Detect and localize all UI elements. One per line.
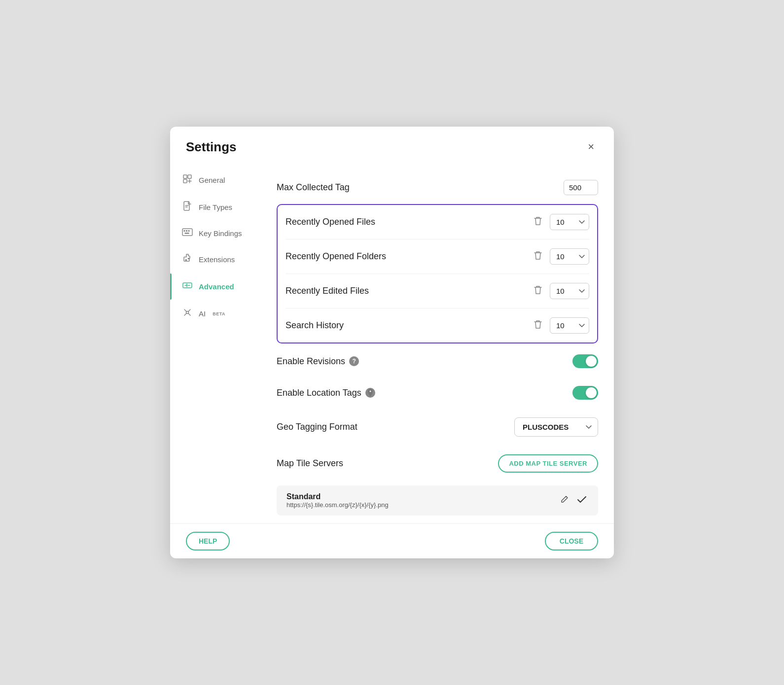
enable-location-tags-help-icon[interactable] — [365, 388, 375, 398]
ai-icon — [182, 308, 193, 320]
tile-server-actions — [559, 493, 588, 508]
svg-rect-8 — [185, 233, 189, 234]
recently-opened-files-row: Recently Opened Files 102030 — [285, 205, 589, 240]
recently-opened-folders-row: Recently Opened Folders 102030 — [285, 240, 589, 274]
recently-edited-files-label: Recently Edited Files — [285, 286, 369, 296]
geo-tagging-format-label: Geo Tagging Format — [277, 422, 357, 432]
advanced-icon — [182, 280, 193, 293]
sidebar-label-ai: AI — [199, 309, 206, 318]
recently-edited-files-trash-button[interactable] — [531, 283, 545, 299]
sidebar-label-key-bindings: Key Bindings — [199, 229, 242, 238]
recently-opened-files-trash-button[interactable] — [531, 214, 545, 230]
sidebar-label-file-types: File Types — [199, 203, 232, 211]
recently-opened-folders-trash-button[interactable] — [531, 249, 545, 264]
general-icon — [182, 174, 193, 186]
toggle-knob-location — [586, 387, 597, 398]
sidebar-item-general[interactable]: General — [170, 167, 269, 193]
sidebar-item-file-types[interactable]: File Types — [170, 194, 269, 220]
enable-location-tags-label: Enable Location Tags — [277, 388, 375, 398]
recently-edited-files-select[interactable]: 102030 — [550, 283, 589, 299]
svg-rect-2 — [183, 179, 187, 183]
max-collected-tag-input[interactable] — [564, 180, 598, 195]
dialog-body: General File Types Key Bindings — [170, 163, 614, 523]
sidebar-item-extensions[interactable]: Extensions — [170, 246, 269, 273]
sidebar-item-key-bindings[interactable]: Key Bindings — [170, 221, 269, 245]
svg-point-11 — [369, 391, 371, 392]
geo-tagging-format-select[interactable]: PLUSCODES GPS DMS — [514, 417, 598, 437]
recently-opened-files-control: 102030 — [531, 214, 589, 230]
search-history-select[interactable]: 102030 — [550, 317, 589, 334]
key-bindings-icon — [182, 228, 193, 239]
tile-server-name: Standard — [286, 492, 389, 501]
sidebar: General File Types Key Bindings — [170, 163, 269, 523]
svg-rect-4 — [182, 229, 192, 236]
tile-server-entry: Standard https://{s}.tile.osm.org/{z}/{x… — [277, 485, 598, 515]
file-types-icon — [182, 201, 193, 213]
search-history-trash-button[interactable] — [531, 318, 545, 333]
sidebar-item-advanced[interactable]: Advanced — [170, 274, 269, 300]
search-history-control: 102030 — [531, 317, 589, 334]
toggle-knob — [586, 356, 597, 367]
tile-server-header: Standard https://{s}.tile.osm.org/{z}/{x… — [286, 492, 588, 509]
enable-revisions-toggle[interactable] — [572, 354, 598, 368]
svg-rect-7 — [188, 230, 190, 232]
recently-opened-folders-select[interactable]: 102030 — [550, 248, 589, 265]
tile-server-edit-button[interactable] — [559, 493, 570, 508]
settings-dialog: Settings × General File Types — [170, 127, 614, 558]
tile-server-confirm-button[interactable] — [575, 493, 588, 508]
sidebar-item-ai[interactable]: AIBETA — [170, 301, 269, 327]
close-icon-button[interactable]: × — [584, 138, 598, 155]
dialog-title: Settings — [186, 139, 237, 155]
enable-location-tags-toggle[interactable] — [572, 386, 598, 400]
max-collected-tag-label: Max Collected Tag — [277, 182, 350, 193]
recently-opened-files-select[interactable]: 102030 — [550, 214, 589, 230]
svg-point-10 — [186, 311, 189, 314]
extensions-icon — [182, 253, 193, 266]
dialog-header: Settings × — [170, 127, 614, 163]
map-tile-servers-label: Map Tile Servers — [277, 458, 343, 469]
search-history-row: Search History 102030 — [285, 308, 589, 342]
sidebar-label-general: General — [199, 176, 225, 184]
enable-revisions-help-icon[interactable]: ? — [349, 356, 359, 366]
svg-rect-1 — [188, 175, 191, 178]
add-map-tile-server-button[interactable]: ADD MAP TILE SERVER — [498, 454, 598, 473]
recently-box: Recently Opened Files 102030 Recently Op… — [277, 204, 598, 343]
recently-edited-files-row: Recently Edited Files 102030 — [285, 274, 589, 308]
help-button[interactable]: HELP — [186, 532, 230, 550]
dialog-footer: HELP CLOSE — [170, 523, 614, 558]
recently-opened-folders-label: Recently Opened Folders — [285, 251, 386, 262]
geo-tagging-format-row: Geo Tagging Format PLUSCODES GPS DMS — [277, 409, 598, 445]
beta-badge: BETA — [213, 311, 225, 316]
content-area: Max Collected Tag Recently Opened Files … — [269, 163, 614, 523]
max-collected-tag-row: Max Collected Tag — [277, 171, 598, 204]
svg-rect-6 — [186, 230, 187, 232]
search-history-label: Search History — [285, 320, 344, 331]
enable-location-tags-row: Enable Location Tags — [277, 377, 598, 409]
enable-revisions-row: Enable Revisions ? — [277, 345, 598, 377]
recently-edited-files-control: 102030 — [531, 283, 589, 299]
enable-revisions-label: Enable Revisions ? — [277, 356, 359, 367]
map-tile-servers-row: Map Tile Servers ADD MAP TILE SERVER — [277, 445, 598, 481]
svg-rect-0 — [183, 175, 187, 178]
recently-opened-files-label: Recently Opened Files — [285, 217, 375, 227]
svg-rect-5 — [184, 230, 185, 232]
sidebar-label-extensions: Extensions — [199, 255, 235, 264]
close-footer-button[interactable]: CLOSE — [545, 532, 598, 550]
sidebar-label-advanced: Advanced — [199, 282, 234, 291]
recently-opened-folders-control: 102030 — [531, 248, 589, 265]
tile-server-url: https://{s}.tile.osm.org/{z}/{x}/{y}.png — [286, 501, 389, 509]
svg-rect-9 — [183, 283, 192, 288]
